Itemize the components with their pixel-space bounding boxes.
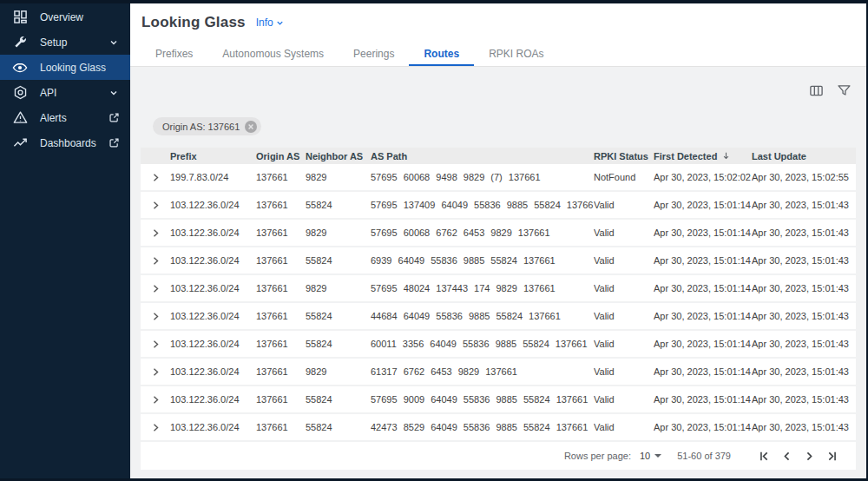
chevron-down-icon[interactable] [108, 36, 120, 49]
filter-chip-label: Origin AS: 137661 [162, 122, 240, 132]
cell-as-path: 6939 64049 55836 9885 55824 137661 [371, 255, 594, 266]
sidebar-item-looking-glass[interactable]: Looking Glass [0, 55, 130, 80]
expand-row-button[interactable] [141, 366, 170, 378]
sidebar-item-label: Looking Glass [40, 62, 120, 74]
column-header-prefix[interactable]: Prefix [170, 151, 256, 161]
active-filters: Origin AS: 137661 [153, 117, 866, 136]
cell-as-path: 57695 48024 137443 174 9829 137661 [371, 283, 594, 293]
cell-prefix: 103.122.36.0/24 [170, 227, 256, 238]
table-row[interactable]: 103.122.36.0/24 137661 55824 57695 9009 … [141, 386, 856, 412]
cell-origin-as: 137661 [256, 255, 306, 266]
cell-last-update: Apr 30, 2023, 15:01:43 [752, 394, 858, 405]
chevron-right-icon [150, 311, 161, 322]
eye-icon [12, 60, 28, 76]
routes-content: Origin AS: 137661 Prefix Origin AS [130, 67, 866, 478]
table-row[interactable]: 103.122.36.0/24 137661 55824 57695 13740… [141, 192, 856, 218]
info-dropdown[interactable]: Info [256, 16, 285, 29]
cell-rpki-status: Valid [594, 283, 654, 293]
page-title: Looking Glass [141, 14, 246, 31]
expand-row-button[interactable] [141, 283, 170, 294]
column-header-neighbor-as[interactable]: Neighbor AS [306, 151, 371, 161]
previous-page-button[interactable] [779, 449, 793, 463]
tab-prefixes[interactable]: Prefixes [141, 42, 207, 66]
cell-first-detected: Apr 30, 2023, 15:01:14 [654, 394, 752, 405]
cell-last-update: Apr 30, 2023, 15:01:43 [752, 311, 858, 321]
cell-neighbor-as: 9829 [306, 227, 371, 238]
column-header-origin-as[interactable]: Origin AS [256, 151, 306, 161]
cell-neighbor-as: 9829 [306, 283, 371, 293]
routes-table: Prefix Origin AS Neighbor AS AS Path RPK… [141, 148, 856, 470]
cell-rpki-status: Valid [594, 366, 654, 377]
cell-rpki-status: Valid [594, 311, 654, 321]
warning-icon [12, 110, 28, 126]
caret-down-icon [654, 454, 661, 458]
table-row[interactable]: 103.122.36.0/24 137661 9829 57695 60068 … [141, 220, 856, 246]
cell-as-path: 60011 3356 64049 55836 9885 55824 137661 [371, 339, 594, 349]
filter-icon[interactable] [837, 83, 852, 98]
expand-row-button[interactable] [141, 339, 170, 350]
sidebar-item-overview[interactable]: Overview [0, 4, 130, 30]
cell-rpki-status: Valid [594, 422, 654, 432]
cell-origin-as: 137661 [256, 227, 306, 238]
cell-prefix: 103.122.36.0/24 [170, 394, 256, 405]
expand-row-button[interactable] [141, 311, 170, 322]
sidebar-item-setup[interactable]: Setup [0, 30, 130, 55]
cell-first-detected: Apr 30, 2023, 15:01:14 [654, 200, 752, 210]
cell-rpki-status: Valid [594, 394, 654, 405]
sidebar-item-dashboards[interactable]: Dashboards [0, 130, 130, 155]
last-page-button[interactable] [825, 449, 838, 463]
tab-peerings[interactable]: Peerings [339, 42, 409, 66]
cell-last-update: Apr 30, 2023, 15:01:43 [752, 339, 858, 349]
table-row[interactable]: 103.122.36.0/24 137661 55824 6939 64049 … [141, 247, 856, 273]
cell-prefix: 103.122.36.0/24 [170, 283, 256, 293]
tab-rpki-roas[interactable]: RPKI ROAs [474, 42, 558, 66]
remove-filter-icon[interactable] [245, 121, 257, 133]
expand-row-button[interactable] [141, 394, 170, 405]
expand-row-button[interactable] [141, 422, 170, 433]
sidebar-item-label: Overview [40, 11, 120, 23]
column-header-first-detected[interactable]: First Detected [654, 151, 752, 161]
table-row[interactable]: 103.122.36.0/24 137661 55824 42473 8529 … [141, 414, 856, 440]
sidebar-item-label: Alerts [40, 112, 108, 124]
cell-origin-as: 137661 [256, 394, 306, 405]
cell-as-path: 57695 60068 6762 6453 9829 137661 [371, 227, 594, 238]
expand-row-button[interactable] [141, 172, 170, 183]
cell-prefix: 103.122.36.0/24 [170, 311, 256, 321]
columns-icon[interactable] [809, 83, 824, 98]
filter-chip-origin-as[interactable]: Origin AS: 137661 [153, 117, 261, 135]
cell-first-detected: Apr 30, 2023, 15:01:14 [654, 366, 752, 377]
table-row[interactable]: 103.122.36.0/24 137661 9829 61317 6762 6… [141, 359, 856, 385]
cell-as-path: 57695 60068 9498 9829 (7) 137661 [371, 172, 594, 182]
cell-as-path: 57695 137409 64049 55836 9885 55824 1376… [371, 200, 594, 210]
tab-bar: Prefixes Autonomous Systems Peerings Rou… [130, 42, 866, 67]
sidebar-item-label: Dashboards [40, 137, 108, 149]
column-header-as-path[interactable]: AS Path [371, 151, 594, 161]
column-header-last-update[interactable]: Last Update [752, 151, 858, 161]
column-header-rpki-status[interactable]: RPKI Status [594, 151, 654, 161]
table-row[interactable]: 103.122.36.0/24 137661 55824 44684 64049… [141, 303, 856, 329]
rows-per-page-label: Rows per page: [564, 451, 631, 461]
tab-autonomous-systems[interactable]: Autonomous Systems [207, 42, 339, 66]
chevron-right-icon [150, 339, 161, 350]
rows-per-page-select[interactable]: 10 [640, 451, 661, 461]
chevron-down-icon[interactable] [108, 87, 120, 99]
cell-first-detected: Apr 30, 2023, 15:01:14 [654, 339, 752, 349]
table-row[interactable]: 103.122.36.0/24 137661 55824 60011 3356 … [141, 331, 856, 357]
sidebar-item-api[interactable]: API [0, 80, 130, 105]
cell-neighbor-as: 55824 [306, 339, 371, 349]
sidebar-item-alerts[interactable]: Alerts [0, 105, 130, 130]
table-row[interactable]: 103.122.36.0/24 137661 9829 57695 48024 … [141, 275, 856, 301]
cell-prefix: 103.122.36.0/24 [170, 366, 256, 377]
tab-routes[interactable]: Routes [409, 42, 474, 66]
cell-prefix: 103.122.36.0/24 [170, 339, 256, 349]
cell-prefix: 103.122.36.0/24 [170, 200, 256, 210]
expand-row-button[interactable] [141, 200, 170, 211]
next-page-button[interactable] [802, 449, 816, 463]
cell-last-update: Apr 30, 2023, 15:01:43 [752, 283, 858, 293]
expand-row-button[interactable] [141, 255, 170, 267]
sidebar-item-label: Setup [40, 36, 108, 49]
page-header: Looking Glass Info [130, 3, 866, 42]
first-page-button[interactable] [757, 449, 771, 463]
table-row[interactable]: 199.7.83.0/24 137661 9829 57695 60068 94… [141, 164, 856, 190]
expand-row-button[interactable] [141, 227, 170, 239]
